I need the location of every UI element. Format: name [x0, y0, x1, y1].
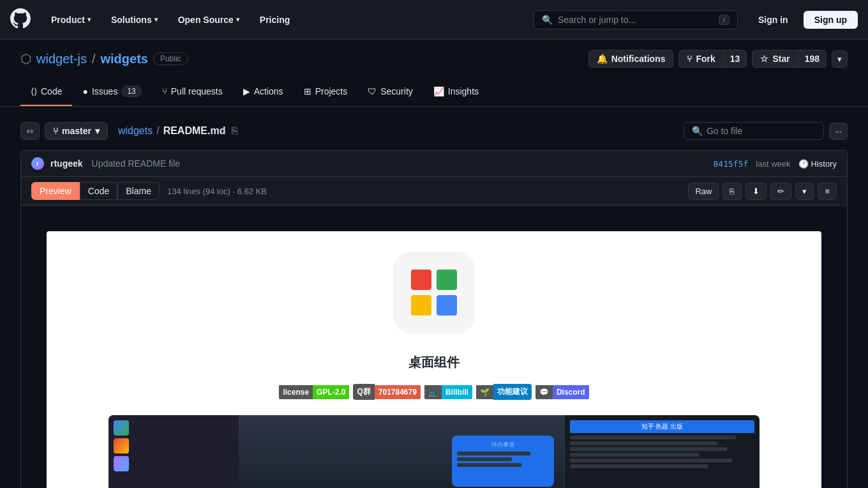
badge-feature[interactable]: 🌱 功能建议: [476, 384, 532, 400]
tab-blame[interactable]: Blame: [117, 182, 160, 200]
file-stats: 134 lines (94 loc) · 6.62 KB: [167, 187, 267, 196]
tab-projects[interactable]: ⊞ Projects: [294, 78, 358, 106]
readme-inner: 桌面组件 license GPL-2.0 Q群 701784679 📺 Bili…: [47, 231, 821, 488]
commit-row: r rtugeek Updated README file 8415f5f la…: [20, 150, 848, 177]
add-star-button[interactable]: ▾: [832, 50, 848, 68]
tab-preview[interactable]: Preview: [31, 182, 80, 200]
copy-raw-button[interactable]: ⎘: [722, 183, 742, 200]
raw-button[interactable]: Raw: [688, 183, 719, 200]
tab-pull-requests[interactable]: ⑂ Pull requests: [152, 78, 233, 106]
fork-button[interactable]: ⑂ Fork: [678, 50, 723, 68]
solutions-chevron-icon: ▾: [154, 16, 158, 23]
pr-icon: ⑂: [162, 86, 167, 96]
branch-icon: ⑂: [53, 126, 58, 136]
nav-pricing[interactable]: Pricing: [255, 12, 295, 27]
nav-solutions[interactable]: Solutions ▾: [106, 12, 163, 27]
tab-code[interactable]: ⟨⟩ Code: [20, 78, 72, 106]
product-chevron-icon: ▾: [87, 16, 91, 23]
search-icon: 🔍: [542, 15, 553, 25]
repo-visibility-badge: Public: [153, 52, 188, 65]
download-button[interactable]: ⬇: [745, 183, 767, 200]
star-count[interactable]: 198: [798, 50, 827, 68]
signin-button[interactable]: Sign in: [748, 11, 798, 28]
repo-title: ⬡ widget-js / widgets Public: [20, 51, 188, 66]
navbar-actions: Sign in Sign up: [748, 11, 858, 29]
tab-issues[interactable]: ● Issues 13: [72, 78, 151, 106]
nav-opensource[interactable]: Open Source ▾: [173, 12, 244, 27]
history-link[interactable]: 🕐 History: [798, 159, 837, 169]
security-icon: 🛡: [368, 86, 377, 96]
insights-icon: 📈: [433, 86, 444, 96]
notifications-button[interactable]: 🔔 Notifications: [588, 50, 674, 68]
go-to-file-input[interactable]: 🔍 Go to file: [684, 122, 824, 140]
issues-count-badge: 13: [121, 86, 141, 97]
commit-author[interactable]: rtugeek: [50, 158, 83, 169]
tab-code[interactable]: Code: [80, 182, 117, 200]
icon-yellow: [411, 295, 431, 316]
fork-icon: ⑂: [687, 54, 692, 64]
icon-blue: [437, 295, 457, 316]
icon-red: [411, 270, 431, 290]
more-options-button[interactable]: ···: [829, 123, 848, 140]
breadcrumb-repo-link[interactable]: widgets: [118, 125, 153, 137]
file-actions: Raw ⎘ ⬇ ✏ ▾ ≡: [688, 183, 837, 200]
opensource-chevron-icon: ▾: [236, 16, 239, 23]
navbar: Product ▾ Solutions ▾ Open Source ▾ Pric…: [0, 0, 868, 40]
badge-bilibili[interactable]: 📺 Bilibili: [424, 384, 472, 400]
nav-product[interactable]: Product ▾: [46, 12, 96, 27]
copy-path-button[interactable]: ⎘: [229, 123, 241, 139]
signup-button[interactable]: Sign up: [804, 11, 858, 29]
projects-icon: ⊞: [304, 86, 311, 96]
app-title: 桌面组件: [72, 354, 796, 371]
badge-license[interactable]: license GPL-2.0: [279, 384, 349, 400]
content-area: ⇔ ⑂ master ▾ widgets / README.md ⎘ 🔍 Go …: [0, 107, 868, 488]
tab-security[interactable]: 🛡 Security: [357, 78, 423, 106]
history-icon: 🕐: [798, 159, 809, 169]
issue-icon: ●: [82, 86, 87, 96]
github-logo[interactable]: [10, 8, 31, 31]
screenshot-main: 待办事项: [239, 415, 564, 488]
app-icon-grid: [411, 270, 457, 316]
file-toolbar: Preview Code Blame 134 lines (94 loc) · …: [20, 177, 848, 206]
expand-sidebar-button[interactable]: ⇔: [20, 122, 40, 140]
app-icon: [393, 252, 475, 333]
search-bar[interactable]: 🔍 Search or jump to... /: [534, 10, 738, 29]
star-group: ☆ Star 198: [752, 50, 827, 68]
file-header-row: ⇔ ⑂ master ▾ widgets / README.md ⎘ 🔍 Go …: [20, 122, 848, 140]
more-file-options-button[interactable]: ▾: [795, 183, 814, 200]
actions-icon: ▶: [243, 86, 250, 96]
repo-owner-link[interactable]: widget-js: [36, 52, 87, 66]
code-icon: ⟨⟩: [31, 86, 37, 96]
outline-button[interactable]: ≡: [818, 183, 837, 200]
commit-hash[interactable]: 8415f5f: [714, 159, 749, 169]
search-shortcut-badge: /: [719, 15, 730, 25]
repo-name-link[interactable]: widgets: [100, 52, 147, 66]
screenshot-sidebar: [108, 415, 239, 488]
branch-selector[interactable]: ⑂ master ▾: [45, 122, 108, 140]
search-icon: 🔍: [692, 126, 703, 136]
repo-title-row: ⬡ widget-js / widgets Public 🔔 Notificat…: [20, 50, 848, 68]
commit-message: Updated README file: [92, 158, 181, 169]
repo-header: ⬡ widget-js / widgets Public 🔔 Notificat…: [0, 40, 868, 107]
readme-content: 桌面组件 license GPL-2.0 Q群 701784679 📺 Bili…: [20, 206, 848, 488]
bell-icon: 🔔: [597, 54, 608, 64]
view-tabs: Preview Code Blame: [31, 182, 160, 200]
badge-qq[interactable]: Q群 701784679: [353, 384, 420, 400]
screenshot-image: 待办事项 知乎 热题 出版: [108, 415, 760, 488]
star-icon: ☆: [760, 54, 768, 64]
fork-count[interactable]: 13: [724, 50, 747, 68]
breadcrumb: widgets / README.md ⎘: [118, 123, 241, 139]
breadcrumb-file: README.md: [163, 125, 226, 137]
tab-insights[interactable]: 📈 Insights: [423, 78, 489, 106]
repo-icon: ⬡: [20, 51, 31, 66]
badge-discord[interactable]: 💬 Discord: [535, 384, 589, 400]
icon-green: [437, 270, 457, 290]
fork-group: ⑂ Fork 13: [678, 50, 747, 68]
tab-actions[interactable]: ▶ Actions: [233, 78, 294, 106]
edit-button[interactable]: ✏: [770, 183, 791, 200]
badge-row: license GPL-2.0 Q群 701784679 📺 Bilibili …: [72, 384, 796, 400]
repo-tabs: ⟨⟩ Code ● Issues 13 ⑂ Pull requests ▶ Ac…: [20, 78, 848, 106]
avatar: r: [31, 157, 44, 170]
repo-actions: 🔔 Notifications ⑂ Fork 13 ☆ Star 198 ▾: [588, 50, 848, 68]
star-button[interactable]: ☆ Star: [752, 50, 798, 68]
